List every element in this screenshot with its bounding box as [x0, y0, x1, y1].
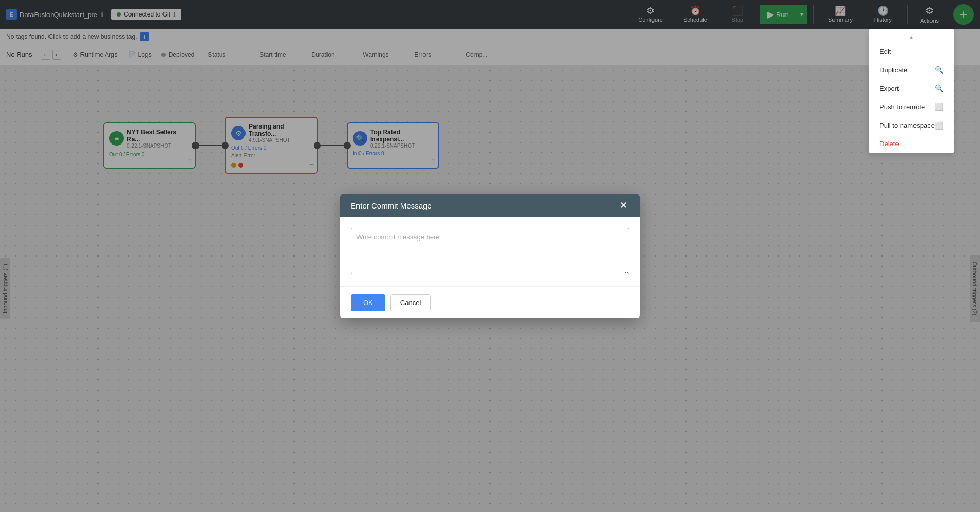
cancel-button[interactable]: Cancel — [390, 294, 431, 311]
actions-item-duplicate[interactable]: Duplicate 🔍 — [869, 60, 954, 79]
push-icon: ⬜ — [935, 103, 943, 111]
actions-item-delete[interactable]: Delete — [869, 135, 954, 153]
commit-message-input[interactable] — [351, 228, 629, 274]
chevron-up-icon: ▲ — [909, 34, 914, 40]
actions-item-push[interactable]: Push to remote ⬜ — [869, 98, 954, 116]
export-icon: 🔍 — [935, 84, 943, 92]
modal-close-button[interactable]: ✕ — [617, 201, 629, 210]
duplicate-label: Duplicate — [879, 66, 907, 74]
dropdown-arrow-top: ▲ — [869, 29, 954, 42]
export-label: Export — [879, 85, 899, 92]
actions-dropdown: ▲ Edit Duplicate 🔍 Export 🔍 Push to remo… — [869, 29, 954, 153]
pull-label: Pull to namespace — [879, 122, 935, 130]
push-label: Push to remote — [879, 103, 925, 111]
actions-item-pull[interactable]: Pull to namespace ⬜ — [869, 116, 954, 135]
actions-item-export[interactable]: Export 🔍 — [869, 79, 954, 98]
delete-label: Delete — [879, 140, 899, 148]
edit-label: Edit — [879, 47, 891, 55]
modal-body — [340, 217, 640, 286]
ok-button[interactable]: OK — [351, 294, 385, 311]
pull-icon: ⬜ — [935, 121, 943, 130]
modal-header: Enter Commit Message ✕ — [340, 194, 640, 217]
actions-item-edit[interactable]: Edit — [869, 42, 954, 60]
duplicate-icon: 🔍 — [935, 66, 943, 74]
modal-footer: OK Cancel — [340, 286, 640, 318]
commit-message-modal: Enter Commit Message ✕ OK Cancel — [340, 194, 640, 318]
modal-title: Enter Commit Message — [351, 201, 432, 210]
